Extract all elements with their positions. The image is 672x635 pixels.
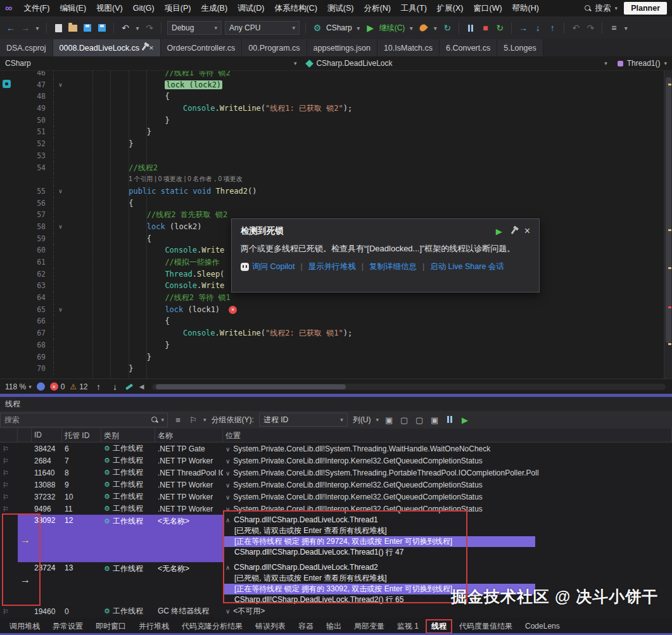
panel-tab[interactable]: 错误列表: [250, 619, 291, 634]
code-line[interactable]: 53: [0, 150, 664, 162]
code-line[interactable]: 70}: [0, 363, 664, 375]
breadcrumb-project[interactable]: CSharp ▾: [0, 56, 301, 70]
column-header[interactable]: 名称: [155, 429, 223, 442]
location-cell[interactable]: ∨System.Private.CoreLib.dll!Interop.Kern…: [223, 456, 672, 465]
flag-icon[interactable]: ⚐: [3, 493, 9, 501]
document-tab[interactable]: OrdersController.cs: [161, 39, 243, 56]
collapse-all-icon[interactable]: ▢: [399, 415, 409, 425]
next-issue-icon[interactable]: ↓: [109, 380, 120, 393]
chevron-up-icon[interactable]: ∧: [225, 564, 230, 571]
columns-button[interactable]: 列(U): [353, 415, 371, 425]
thread-row[interactable]: ⚐384246⚙工作线程.NET TP Gate∨System.Private.…: [0, 443, 672, 455]
panel-tab[interactable]: 并行堆栈: [133, 619, 175, 634]
stack-frame-header[interactable]: ∧CSharp.dll!CSharp.DeadLiveLock.Thread1: [223, 515, 672, 525]
zoom-select[interactable]: 118 % ▾: [5, 382, 32, 391]
popup-link[interactable]: 启动 Live Share 会话: [430, 261, 504, 272]
fold-marker[interactable]: ∨: [53, 185, 67, 198]
stop-debug-icon[interactable]: ■: [479, 22, 491, 34]
thread-row[interactable]: ⚐949611⚙工作线程.NET TP Worker∨System.Privat…: [0, 503, 672, 515]
feedback-icon[interactable]: [37, 382, 45, 391]
code-line[interactable]: 66{: [0, 315, 664, 327]
flag-icon[interactable]: ⚐: [3, 481, 9, 489]
fold-marker[interactable]: ∨: [53, 221, 67, 233]
document-tab[interactable]: 00.Program.cs: [242, 39, 307, 56]
thread-row[interactable]: ⚐116408⚙工作线程.NET ThreadPool IO∨System.Pr…: [0, 467, 672, 479]
prev-issue-icon[interactable]: ↑: [92, 380, 104, 393]
panel-tab[interactable]: 代码克隆分析结果: [176, 619, 248, 634]
chevron-down-icon[interactable]: ∨: [225, 482, 230, 489]
document-tab[interactable]: 0008.DeadLiveLock.cs×: [53, 39, 161, 56]
menu-item[interactable]: Git(G): [128, 0, 160, 16]
switch-thread-arrow-icon[interactable]: →: [20, 575, 30, 585]
thaw-thread-icon[interactable]: ▣: [429, 415, 440, 425]
current-thread-arrow-icon[interactable]: →: [20, 535, 30, 545]
menu-item[interactable]: 帮助(H): [507, 0, 544, 16]
panel-tab[interactable]: 代码度量值结果: [453, 619, 518, 634]
location-cell[interactable]: ∨System.Private.CoreLib.dll!System.Threa…: [223, 444, 672, 453]
thread-row[interactable]: ⚐26847⚙工作线程.NET TP Worker∨System.Private…: [0, 455, 672, 467]
panel-tab[interactable]: 局部变量: [348, 619, 390, 634]
flag-cell[interactable]: ⚐: [0, 444, 18, 453]
code-line[interactable]: 1 个引用 | 0 项更改 | 0 名作者，0 项更改: [0, 173, 664, 185]
toolbar-options-icon[interactable]: ≡: [608, 22, 619, 34]
flag-cell[interactable]: ⚐: [0, 607, 18, 616]
code-line[interactable]: 46//线程1 等待 锁2: [0, 71, 664, 79]
editor-horizontal-scrollbar[interactable]: [152, 384, 666, 390]
scroll-left-icon[interactable]: ◀: [138, 380, 144, 393]
breadcrumb-type[interactable]: CSharp.DeadLiveLock ▾: [301, 56, 612, 70]
pin-icon[interactable]: [142, 45, 147, 51]
location-cell[interactable]: ∨System.Private.CoreLib.dll!Interop.Kern…: [223, 505, 672, 513]
navigate-forward-icon[interactable]: →: [20, 22, 31, 34]
undo-icon[interactable]: ↶: [120, 22, 131, 34]
chevron-down-icon[interactable]: ∨: [225, 494, 230, 501]
panel-tab[interactable]: 即时窗口: [90, 619, 132, 634]
platform-select[interactable]: Any CPU ▾: [225, 21, 300, 35]
code-line[interactable]: 67Console.WriteLine("线程2: 已获取 锁1");: [0, 327, 664, 339]
menu-item[interactable]: 生成(B): [196, 0, 232, 16]
location-cell[interactable]: ∨System.Private.CoreLib.dll!Interop.Kern…: [223, 493, 672, 501]
hot-reload-icon[interactable]: [417, 22, 429, 34]
step-over-icon[interactable]: →: [517, 22, 529, 34]
code-line[interactable]: 68}: [0, 339, 664, 351]
flag-cell[interactable]: ⚐: [0, 481, 18, 489]
code-line[interactable]: 64//线程2 等待 锁1: [0, 292, 664, 304]
chevron-down-icon[interactable]: ∨: [225, 446, 230, 453]
pause-icon[interactable]: [445, 415, 455, 425]
scrollbar-thumb[interactable]: [156, 384, 346, 389]
menu-item[interactable]: 分析(N): [358, 0, 395, 16]
search-options-icon[interactable]: ≡: [173, 415, 183, 425]
redo-icon[interactable]: ↷: [144, 22, 155, 34]
flag-cell[interactable]: ⚐: [0, 456, 18, 465]
panel-tab[interactable]: 容器: [293, 619, 319, 634]
menu-item[interactable]: 文件(F): [18, 0, 54, 16]
column-header[interactable]: 类别: [101, 429, 155, 442]
code-line[interactable]: 69}: [0, 351, 664, 363]
code-line[interactable]: 51}: [0, 126, 664, 138]
close-icon[interactable]: ×: [524, 225, 530, 237]
threads-search-input[interactable]: [1, 415, 151, 424]
flag-cell[interactable]: [0, 562, 18, 605]
flag-icon[interactable]: ⚐: [3, 469, 9, 477]
code-line[interactable]: 52}: [0, 138, 664, 150]
break-all-icon[interactable]: [465, 22, 476, 34]
scrollbar-thumb[interactable]: [666, 77, 671, 343]
code-cleanup-icon[interactable]: [125, 383, 133, 389]
startup-project-label[interactable]: CSharp: [326, 23, 352, 32]
menu-item[interactable]: 窗口(W): [468, 0, 507, 16]
hot-reload-dropdown-icon[interactable]: ▾: [432, 22, 438, 34]
panel-tab[interactable]: 监视 1: [391, 619, 424, 634]
fold-marker[interactable]: ∨: [53, 79, 67, 91]
menu-item[interactable]: 工具(T): [396, 0, 432, 16]
pin-icon[interactable]: [510, 228, 516, 234]
warning-count[interactable]: ⚠ 12: [70, 382, 87, 391]
popup-link[interactable]: 复制详细信息: [369, 261, 417, 272]
location-cell[interactable]: ∨System.Private.CoreLib.dll!System.Threa…: [223, 468, 672, 477]
document-tab[interactable]: 10.IsMatch.cs: [377, 39, 440, 56]
menu-item[interactable]: 编辑(E): [54, 0, 91, 16]
chevron-down-icon[interactable]: ∨: [225, 470, 230, 477]
group-by-select[interactable]: 进程 ID ▾: [259, 413, 348, 427]
code-line[interactable]: 49Console.WriteLine("线程1: 已获取 锁2");: [0, 103, 664, 115]
undo-dropdown-icon[interactable]: ▾: [134, 22, 141, 34]
code-line[interactable]: 55∨public static void Thread2(): [0, 185, 664, 198]
location-cell[interactable]: ∨<不可用>: [223, 606, 672, 617]
